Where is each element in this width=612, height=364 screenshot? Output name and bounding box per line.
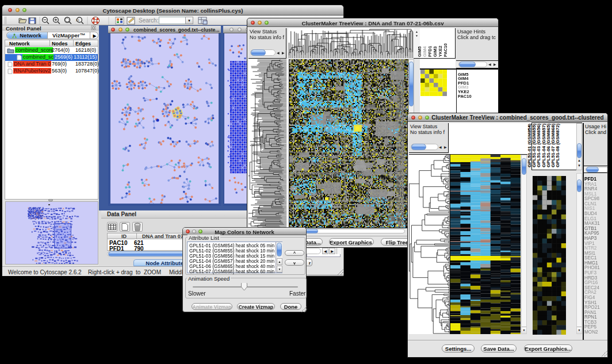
svg-text:1:1: 1:1 [76,19,80,22]
